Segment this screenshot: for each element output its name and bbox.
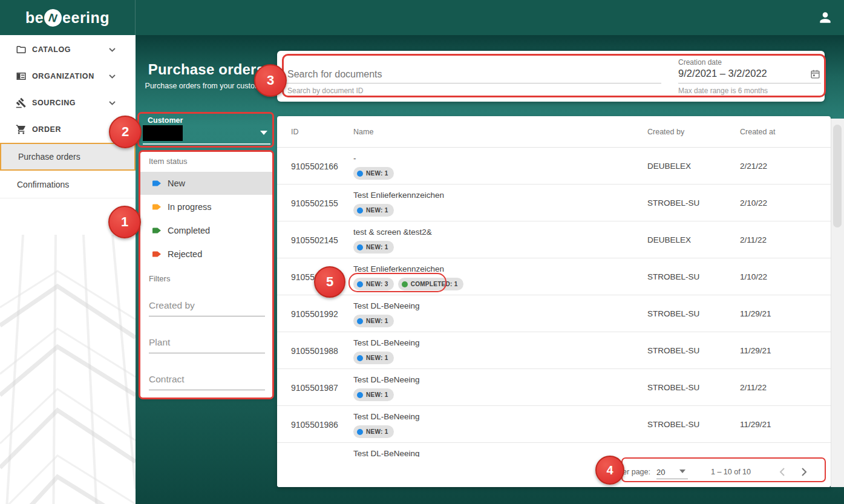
new-status-dot-icon bbox=[357, 171, 363, 177]
status-badge: NEW: 1 bbox=[353, 352, 394, 364]
order-id: 9105502180 bbox=[291, 258, 338, 295]
completed-status-dot-icon bbox=[402, 281, 408, 287]
table-row[interactable]: 9105501992 Test DL-BeNeeing NEW: 1 STROB… bbox=[277, 295, 831, 332]
created-by-input[interactable]: Created by bbox=[149, 300, 265, 318]
creation-date-label: Creation date bbox=[678, 58, 722, 67]
sidebar-item-sourcing[interactable]: SOURCING bbox=[0, 90, 136, 116]
order-created-at: 2/21/22 bbox=[740, 148, 767, 185]
gavel-icon bbox=[16, 97, 27, 108]
items-per-page-label: Items per page: bbox=[598, 468, 650, 476]
customer-select[interactable]: Customer bbox=[138, 113, 273, 147]
sidebar-item-label: SOURCING bbox=[32, 99, 76, 107]
search-underline bbox=[283, 83, 661, 83]
sidebar-subitem-label: Confirmations bbox=[17, 180, 69, 189]
column-header-created-at: Created at bbox=[740, 116, 775, 148]
status-label: Rejected bbox=[168, 249, 202, 259]
table-row[interactable]: 9105501988 Test DL-BeNeeing NEW: 1 STROB… bbox=[277, 332, 831, 369]
sidebar-item-catalog[interactable]: CATALOG bbox=[0, 36, 136, 63]
status-filter-completed[interactable]: Completed bbox=[140, 219, 273, 242]
table-row[interactable]: 9105501986 Test DL-BeNeeing NEW: 1 STROB… bbox=[277, 406, 831, 443]
calendar-icon[interactable] bbox=[810, 69, 820, 79]
sidebar-item-order[interactable]: ORDER bbox=[0, 116, 136, 143]
folder-icon bbox=[16, 44, 27, 55]
building-watermark-image bbox=[0, 235, 136, 504]
order-created-by: STROBEL-SU bbox=[647, 185, 699, 221]
customer-label: Customer bbox=[148, 116, 183, 125]
column-header-id: ID bbox=[291, 116, 299, 148]
status-filter-new[interactable]: New bbox=[140, 172, 273, 195]
creation-date-underline bbox=[678, 83, 821, 83]
chevron-down-icon bbox=[109, 101, 116, 105]
new-status-dot-icon bbox=[357, 429, 363, 435]
previous-page-icon[interactable] bbox=[779, 467, 785, 477]
table-row[interactable]: 9105502145 test & screen &test2& NEW: 1 … bbox=[277, 221, 831, 258]
order-id: 9105502155 bbox=[291, 185, 338, 221]
filters-label: Filters bbox=[149, 274, 170, 283]
table-row[interactable]: 9105502155 Test Enlieferkennzeichen NEW:… bbox=[277, 185, 831, 221]
chevron-up-icon bbox=[109, 128, 116, 132]
input-placeholder: Contract bbox=[149, 374, 185, 384]
order-id: 9105501987 bbox=[291, 369, 338, 406]
select-underline bbox=[656, 479, 688, 479]
status-filter-rejected[interactable]: Rejected bbox=[140, 243, 273, 266]
order-id: 9105502166 bbox=[291, 148, 338, 185]
creation-date-input[interactable]: 9/2/2021 – 3/2/2022 bbox=[678, 68, 767, 79]
column-header-name: Name bbox=[353, 116, 373, 148]
search-hint: Search by document ID bbox=[287, 87, 363, 95]
customer-value-redacted bbox=[143, 125, 183, 141]
items-per-page-value: 20 bbox=[656, 468, 665, 477]
sidebar-item-organization[interactable]: ORGANIZATION bbox=[0, 63, 136, 90]
items-per-page-select[interactable]: 20 bbox=[656, 466, 688, 477]
order-created-at: 2/11/22 bbox=[740, 221, 767, 258]
sidebar-item-confirmations[interactable]: Confirmations bbox=[0, 171, 136, 198]
order-created-at: 2/11/22 bbox=[740, 369, 767, 406]
order-created-by: STROBEL-SU bbox=[647, 369, 699, 406]
order-id: 9105501986 bbox=[291, 406, 338, 443]
order-created-by: DEUBELEX bbox=[647, 221, 691, 258]
order-id: 9105501992 bbox=[291, 295, 338, 332]
app-root: beNeering CATALOG ORGANIZATION bbox=[0, 0, 844, 504]
order-id: 9105502145 bbox=[291, 221, 338, 258]
order-name: Test DL-BeNeeing bbox=[353, 375, 420, 384]
chevron-down-icon bbox=[679, 470, 685, 473]
sidebar-item-purchase-orders[interactable]: Purchase orders bbox=[0, 143, 136, 171]
pagination-bar: Items per page: 20 1 – 10 of 10 bbox=[277, 457, 831, 487]
next-page-icon[interactable] bbox=[801, 467, 808, 477]
chevron-down-icon bbox=[260, 131, 267, 135]
scrollbar-thumb[interactable] bbox=[833, 125, 842, 227]
input-placeholder: Created by bbox=[149, 300, 195, 310]
new-status-dot-icon bbox=[357, 208, 363, 214]
sidebar-item-label: CATALOG bbox=[32, 45, 71, 54]
pagination-range: 1 – 10 of 10 bbox=[711, 468, 751, 476]
page-subtitle: Purchase orders from your customer bbox=[136, 82, 277, 90]
order-name: Test Enlieferkennzeichen bbox=[353, 264, 444, 273]
user-account-icon[interactable] bbox=[817, 10, 833, 25]
chevron-down-icon bbox=[109, 48, 116, 52]
item-status-label: Item status bbox=[149, 157, 188, 166]
order-created-by: STROBEL-SU bbox=[647, 295, 699, 332]
input-underline bbox=[149, 316, 265, 316]
top-header: beNeering bbox=[0, 0, 844, 35]
order-created-at: 1/10/22 bbox=[740, 258, 767, 295]
table-row[interactable]: 9105502166 - NEW: 1 DEUBELEX 2/21/22 bbox=[277, 148, 831, 185]
status-badge: COMPLETED: 1 bbox=[398, 278, 463, 290]
sidebar-nav: CATALOG ORGANIZATION SOURCING ORDER Purc… bbox=[0, 35, 136, 504]
logo-text-suffix: eering bbox=[62, 9, 110, 27]
status-filter-in-progress[interactable]: In progress bbox=[140, 195, 273, 218]
logo-text-prefix: be bbox=[25, 9, 44, 27]
order-name: test & screen &test2& bbox=[353, 227, 432, 237]
status-badge: NEW: 1 bbox=[353, 425, 394, 438]
order-created-at: 11/29/21 bbox=[740, 332, 771, 369]
page-title: Purchase orders bbox=[136, 61, 277, 78]
search-input[interactable]: Search for documents bbox=[287, 69, 382, 80]
order-name: Test DL-BeNeeing bbox=[353, 412, 420, 421]
order-created-by: STROBEL-SU bbox=[647, 406, 699, 443]
status-badge: NEW: 1 bbox=[353, 388, 394, 401]
status-badge: NEW: 1 bbox=[353, 315, 394, 327]
status-badge: NEW: 1 bbox=[353, 241, 394, 254]
order-created-at: 2/10/22 bbox=[740, 185, 767, 221]
table-row[interactable]: 9105501987 Test DL-BeNeeing NEW: 1 STROB… bbox=[277, 369, 831, 406]
table-row[interactable]: 9105502180 Test Enlieferkennzeichen NEW:… bbox=[277, 258, 831, 295]
contract-input[interactable]: Contract bbox=[149, 374, 265, 392]
plant-input[interactable]: Plant bbox=[149, 337, 265, 355]
